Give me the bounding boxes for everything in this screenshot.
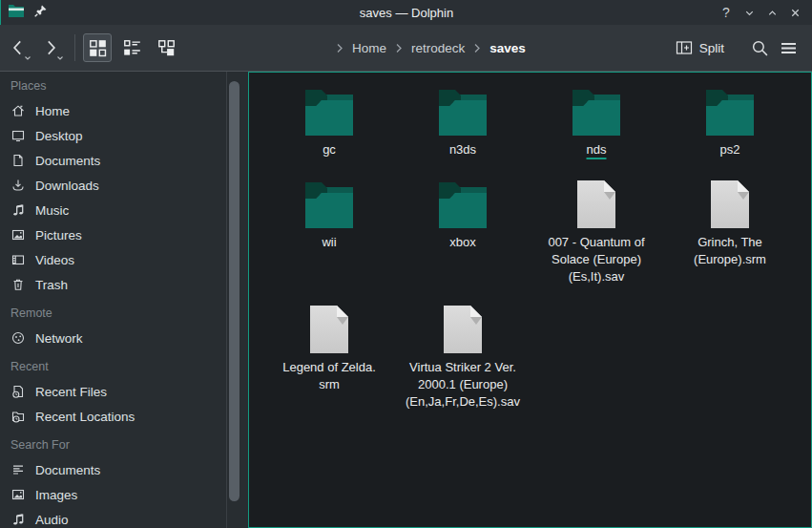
folder-icon [570, 89, 623, 137]
file-item-virtua-striker[interactable]: Virtua Striker 2 Ver. 2000.1 (Europe) (E… [396, 306, 530, 411]
file-item-grinch[interactable]: Grinch, The (Europe).srm [663, 181, 797, 285]
item-label: nds [587, 141, 607, 158]
folder-item-gc[interactable]: gc [262, 89, 396, 158]
breadcrumb-home[interactable]: Home [352, 41, 386, 55]
folder-view[interactable]: gc n3ds nds ps2 wii xbox 007 - Quantum o… [248, 72, 812, 528]
item-label: wii [322, 234, 336, 251]
folder-item-ps2[interactable]: ps2 [663, 89, 797, 158]
sidebar-item-trash[interactable]: Trash [0, 272, 248, 297]
file-icon [709, 181, 751, 229]
sidebar-item-network[interactable]: Network [0, 326, 248, 350]
sidebar-item-search-audio[interactable]: Audio [0, 507, 248, 528]
sidebar-item-videos[interactable]: Videos [0, 247, 248, 272]
item-label: Legend of Zelda. srm [282, 359, 376, 393]
recent-locations-icon [10, 409, 26, 424]
menu-button[interactable] [774, 33, 802, 62]
chevron-right-icon [336, 43, 344, 53]
desktop-icon [10, 128, 26, 143]
breadcrumb-retrodeck[interactable]: retrodeck [411, 41, 465, 55]
sidebar-item-music[interactable]: Music [0, 198, 248, 222]
titlebar: saves — Dolphin ? [0, 0, 812, 25]
split-label: Split [699, 41, 724, 55]
sidebar-item-recent-locations[interactable]: Recent Locations [0, 404, 248, 429]
sidebar-scrollbar[interactable] [229, 81, 239, 501]
minimize-button[interactable] [738, 1, 760, 24]
sidebar-item-search-documents[interactable]: Documents [0, 457, 248, 482]
pin-icon[interactable] [33, 4, 48, 22]
section-header-places: Places [0, 74, 248, 98]
sidebar-item-downloads[interactable]: Downloads [0, 173, 248, 198]
music-note-icon [10, 512, 26, 527]
help-button[interactable]: ? [715, 1, 738, 24]
split-view-icon [676, 40, 693, 55]
breadcrumb: Home retrodeck saves [186, 41, 676, 55]
image-icon [10, 487, 26, 502]
folder-icon [703, 89, 757, 137]
sidebar-item-documents[interactable]: Documents [0, 148, 248, 173]
download-icon [10, 178, 26, 193]
network-icon [10, 330, 26, 346]
item-label: 007 - Quantum of Solace (Europe) (Es,It)… [548, 234, 644, 285]
folder-icon [302, 89, 356, 137]
file-icon [442, 306, 484, 354]
folder-item-nds[interactable]: nds [530, 89, 663, 158]
forward-history-caret [56, 55, 64, 61]
close-button[interactable] [783, 1, 806, 24]
back-button[interactable] [4, 32, 32, 63]
section-header-recent: Recent [0, 354, 248, 379]
search-button[interactable] [745, 33, 774, 62]
folder-icon [436, 89, 489, 137]
item-label: n3ds [449, 141, 476, 158]
sidebar-item-desktop[interactable]: Desktop [0, 123, 248, 148]
folder-item-n3ds[interactable]: n3ds [396, 89, 530, 158]
item-label: Virtua Striker 2 Ver. 2000.1 (Europe) (E… [406, 359, 520, 411]
sidebar-item-search-images[interactable]: Images [0, 482, 248, 507]
search-icon [751, 39, 769, 57]
places-panel: Places Home Desktop Documents Downloads … [0, 72, 248, 528]
sidebar-item-recent-files[interactable]: Recent Files [0, 379, 248, 404]
text-lines-icon [10, 462, 26, 477]
document-icon [10, 153, 26, 168]
file-icon [575, 181, 617, 229]
item-label: Grinch, The (Europe).srm [694, 234, 766, 268]
folder-item-xbox[interactable]: xbox [396, 181, 530, 285]
toolbar-separator [74, 34, 75, 61]
maximize-button[interactable] [760, 1, 783, 24]
icons-view-button[interactable] [83, 33, 112, 62]
item-label: xbox [449, 234, 475, 251]
film-icon [10, 252, 26, 267]
section-header-remote: Remote [0, 301, 248, 326]
toolbar: Home retrodeck saves Split [0, 25, 812, 72]
file-item-007-quantum-of-solace[interactable]: 007 - Quantum of Solace (Europe) (Es,It)… [530, 181, 663, 285]
split-button[interactable]: Split [676, 40, 724, 55]
tree-view-button[interactable] [152, 33, 180, 62]
sidebar-item-home[interactable]: Home [0, 98, 248, 123]
details-view-button[interactable] [117, 33, 146, 62]
trash-icon [10, 277, 26, 292]
folder-item-wii[interactable]: wii [262, 181, 396, 285]
forward-button[interactable] [36, 32, 65, 63]
folder-icon [302, 181, 356, 229]
app-icon [8, 4, 25, 22]
music-note-icon [10, 202, 26, 218]
home-icon [10, 103, 26, 118]
file-icon [308, 306, 350, 354]
chevron-right-icon [473, 43, 481, 53]
section-header-search-for: Search For [0, 433, 248, 457]
breadcrumb-current[interactable]: saves [489, 41, 526, 55]
file-item-legend-of-zelda[interactable]: Legend of Zelda. srm [262, 306, 396, 411]
sidebar-item-pictures[interactable]: Pictures [0, 222, 248, 247]
folder-icon [436, 181, 489, 229]
item-label: ps2 [720, 141, 740, 158]
chevron-right-icon [395, 43, 403, 53]
hamburger-icon [780, 40, 798, 56]
window-title: saves — Dolphin [1, 6, 812, 20]
item-label: gc [323, 141, 336, 158]
recent-files-icon [10, 384, 26, 399]
back-history-caret [24, 55, 31, 61]
panel-separator [226, 72, 227, 528]
image-icon [10, 227, 26, 243]
